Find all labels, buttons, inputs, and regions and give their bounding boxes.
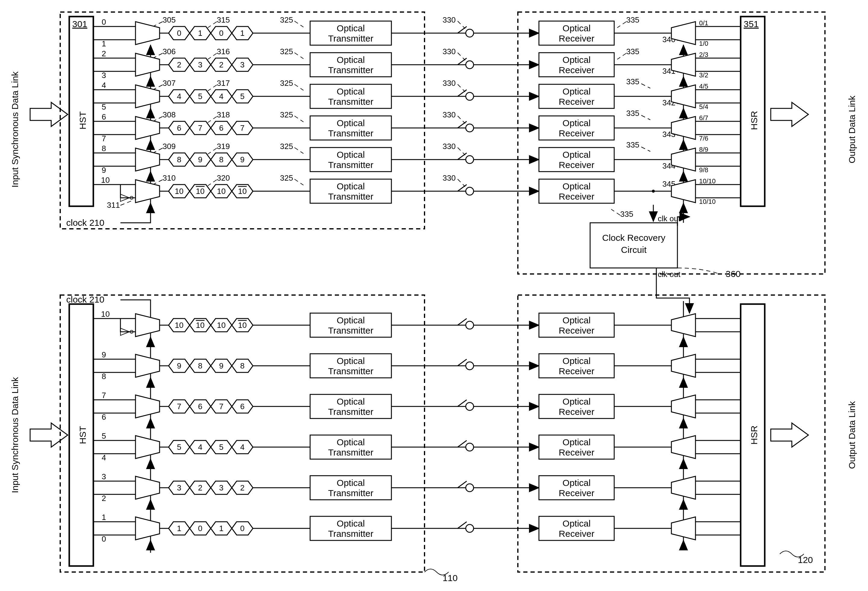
svg-text:8: 8 — [240, 361, 245, 370]
svg-text:315: 315 — [217, 15, 230, 24]
svg-text:0: 0 — [240, 524, 245, 533]
svg-text:335: 335 — [626, 15, 639, 24]
svg-text:10: 10 — [217, 187, 226, 196]
svg-text:6/7: 6/7 — [699, 114, 709, 122]
svg-text:Optical: Optical — [337, 55, 365, 65]
svg-text:310: 310 — [162, 173, 176, 182]
svg-text:Receiver: Receiver — [559, 97, 594, 106]
svg-point-150 — [652, 190, 655, 193]
svg-text:Optical: Optical — [337, 86, 365, 96]
svg-point-125 — [466, 156, 474, 164]
hsr-label-bot: HSR — [749, 426, 759, 445]
svg-text:7: 7 — [102, 391, 106, 400]
svg-text:Optical: Optical — [337, 519, 365, 528]
channel-row: 1010101010OpticalTransmitterOpticalRecei… — [93, 309, 741, 343]
svg-text:325: 325 — [280, 78, 293, 88]
svg-text:3: 3 — [102, 71, 106, 80]
svg-text:335: 335 — [626, 109, 639, 118]
svg-text:320: 320 — [217, 173, 230, 182]
svg-point-164 — [466, 321, 474, 329]
svg-text:Optical: Optical — [337, 356, 365, 366]
svg-text:Receiver: Receiver — [559, 192, 594, 201]
svg-text:330: 330 — [443, 142, 456, 151]
output-arrow-top — [771, 102, 808, 126]
svg-text:Receiver: Receiver — [559, 65, 594, 75]
svg-text:9: 9 — [177, 361, 181, 370]
svg-text:9: 9 — [219, 361, 223, 370]
svg-text:2: 2 — [102, 49, 106, 58]
svg-text:0: 0 — [219, 29, 223, 38]
svg-text:8: 8 — [102, 372, 106, 381]
svg-text:1: 1 — [102, 39, 106, 48]
svg-text:4/5: 4/5 — [699, 83, 709, 90]
svg-text:7: 7 — [219, 402, 223, 411]
svg-text:Optical: Optical — [562, 396, 590, 406]
ref-351: 351 — [744, 19, 759, 29]
svg-text:Receiver: Receiver — [559, 448, 594, 457]
clock-recovery-label-2: Circuit — [621, 245, 647, 255]
svg-text:Transmitter: Transmitter — [328, 325, 373, 335]
svg-text:330: 330 — [443, 173, 456, 182]
svg-text:Receiver: Receiver — [559, 325, 594, 335]
svg-text:2: 2 — [102, 494, 106, 503]
svg-text:4: 4 — [240, 443, 245, 452]
channel-row: 898989OpticalTransmitterOpticalReceiver8… — [93, 144, 741, 177]
svg-text:5: 5 — [240, 92, 245, 101]
input-link-label-bot: Input Synchronous Data Link — [10, 377, 20, 493]
svg-text:309: 309 — [162, 142, 176, 151]
svg-text:330: 330 — [443, 15, 456, 24]
svg-text:4: 4 — [177, 92, 181, 101]
svg-point-181 — [466, 362, 474, 370]
svg-text:0: 0 — [102, 18, 106, 27]
channel-row: 989898OpticalTransmitterOpticalReceiver — [93, 350, 741, 384]
channel-row: 101010OpticalTransmitterOpticalReceiver — [93, 513, 741, 547]
input-arrow-top — [30, 102, 68, 126]
channel-row: 323232OpticalTransmitterOpticalReceiver — [93, 472, 741, 506]
channel-row: 1010101010OpticalTransmitterOpticalRecei… — [93, 176, 741, 209]
svg-point-198 — [466, 403, 474, 410]
svg-text:3: 3 — [198, 60, 202, 69]
clk-out-label-2: clk out — [658, 270, 681, 279]
svg-text:5: 5 — [177, 443, 181, 452]
svg-text:6: 6 — [198, 402, 202, 411]
svg-text:9: 9 — [102, 165, 106, 174]
svg-text:Transmitter: Transmitter — [328, 160, 373, 170]
svg-point-49 — [466, 29, 474, 37]
channel-row: 767676OpticalTransmitterOpticalReceiver — [93, 391, 741, 424]
svg-text:1/0: 1/0 — [699, 40, 709, 47]
svg-text:2: 2 — [198, 483, 202, 492]
svg-text:4: 4 — [102, 453, 106, 462]
svg-text:335: 335 — [626, 140, 639, 149]
svg-text:10: 10 — [196, 187, 205, 196]
svg-text:Receiver: Receiver — [559, 366, 594, 376]
svg-point-215 — [466, 443, 474, 451]
svg-text:6: 6 — [219, 123, 223, 133]
svg-text:317: 317 — [217, 78, 230, 88]
svg-point-87 — [466, 92, 474, 100]
clock-label-bot: clock 210 — [66, 294, 105, 304]
svg-text:Optical: Optical — [337, 118, 365, 128]
svg-text:2/3: 2/3 — [699, 51, 709, 58]
svg-text:1: 1 — [177, 524, 181, 533]
optical-link-diagram: 301 HST 351 HSR Clock Recovery Circuit c… — [0, 0, 868, 591]
svg-text:5: 5 — [219, 443, 223, 452]
svg-text:6: 6 — [177, 123, 181, 133]
svg-text:308: 308 — [162, 110, 176, 119]
svg-text:0: 0 — [177, 29, 181, 38]
hst-label-top: HST — [78, 111, 88, 130]
svg-text:4: 4 — [219, 92, 223, 101]
ref-311: 311 — [107, 201, 120, 210]
channel-row: 454545OpticalTransmitterOpticalReceiver4… — [93, 81, 741, 114]
svg-text:Transmitter: Transmitter — [328, 407, 373, 417]
svg-text:5: 5 — [102, 102, 106, 111]
svg-text:10: 10 — [175, 321, 184, 329]
svg-text:Transmitter: Transmitter — [328, 65, 373, 75]
svg-text:Transmitter: Transmitter — [328, 128, 373, 138]
svg-point-249 — [466, 525, 474, 532]
svg-text:10: 10 — [217, 321, 226, 329]
svg-text:3: 3 — [219, 483, 223, 492]
clock-label-top: clock 210 — [66, 218, 105, 228]
svg-point-232 — [466, 484, 474, 492]
svg-text:10: 10 — [175, 187, 184, 196]
svg-text:10: 10 — [238, 187, 247, 196]
